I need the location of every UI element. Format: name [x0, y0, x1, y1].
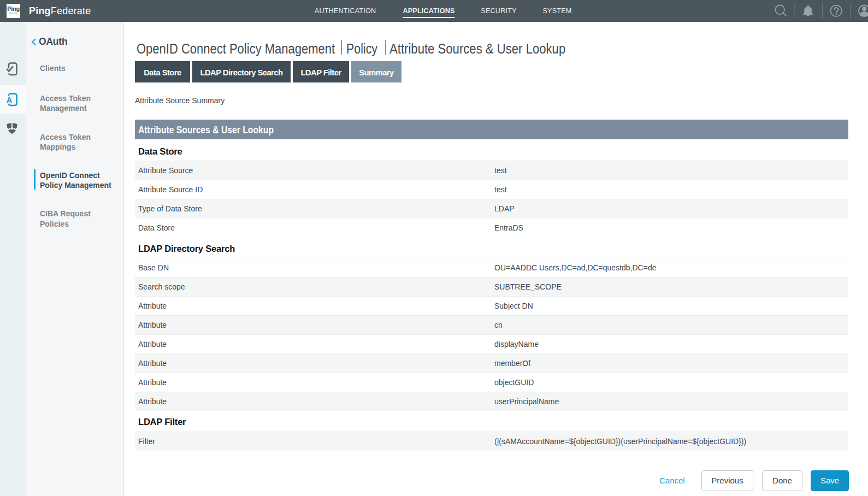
svg-text:A: A [7, 96, 13, 104]
